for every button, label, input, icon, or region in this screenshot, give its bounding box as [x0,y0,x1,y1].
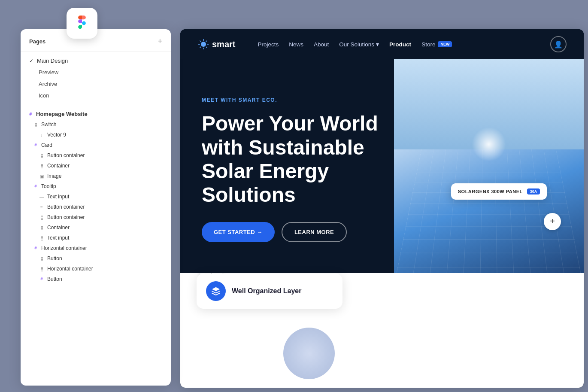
layer-label: Button [47,255,62,261]
page-label: Main Design [37,58,68,64]
layer-label: Button container [47,152,85,158]
circle-decoration [283,328,335,379]
page-label: Preview [39,69,58,76]
website-preview: smart Projects News About Our Solutions … [180,29,584,388]
add-page-button[interactable]: + [158,37,162,46]
frame-icon: ＃ [33,142,39,148]
learn-more-button[interactable]: LEARN MORE [282,222,347,242]
layer-container-1[interactable]: ⣿ Container [21,161,171,171]
component-icon: ⣿ [39,225,45,231]
layer-label: Button container [47,214,85,220]
organized-layer-card: Well Organized Layer [197,273,342,309]
get-started-button[interactable]: GET STARTED → [202,222,275,242]
layer-label: Card [41,142,52,148]
layer-switch[interactable]: ⣿ Switch [21,119,171,130]
layer-label: Vector 9 [47,132,66,138]
image-tooltip-card: SOLARGENX 300W PANEL 30A [451,183,547,200]
main-canvas: smart Projects News About Our Solutions … [180,29,584,388]
page-item-preview[interactable]: Preview [21,67,171,78]
frame-icon: ＃ [33,245,39,251]
frame-icon: ＃ [39,276,45,282]
layer-label: Container [47,225,70,231]
layer-vector9[interactable]: ↓ Vector 9 [21,130,171,140]
component-icon: ≡ [39,204,45,210]
hero-section: MEET WITH SMART ECO. Power Your World wi… [180,59,402,280]
figma-icon [73,14,91,32]
layer-container-2[interactable]: ⣿ Container [21,222,171,233]
layer-label: Switch [41,122,56,128]
layer-button-container-3[interactable]: ⣿ Button container [21,212,171,222]
layer-text-input-1[interactable]: — Text input [21,191,171,202]
image-icon: ▣ [39,173,45,179]
nav-avatar-btn[interactable]: 👤 [550,36,567,52]
svg-line-5 [200,41,201,42]
layer-label: Image [47,173,61,179]
page-label: Archive [39,81,57,87]
component-icon: ⣿ [39,235,45,241]
check-icon: ✓ [29,58,33,64]
organized-title: Well Organized Layer [232,287,301,295]
layer-button-1[interactable]: ⣿ Button [21,253,171,264]
layer-label: Button container [47,204,85,210]
figma-icon-wrapper [67,8,97,39]
light-effect [472,127,506,161]
component-icon: ⣿ [39,255,45,261]
layer-label: Tooltip [41,183,56,189]
nav-logo: smart [197,38,235,50]
hero-tag: MEET WITH SMART ECO. [202,97,381,103]
sun-logo-icon [197,38,209,50]
layer-button-container-2[interactable]: ≡ Button container [21,202,171,212]
tooltip-label: SOLARGENX 300W PANEL [458,189,523,194]
frame-icon: ＃ [33,183,39,189]
page-item-main-design[interactable]: ✓ Main Design [21,55,171,67]
layer-image[interactable]: ▣ Image [21,171,171,181]
component-icon: ⣿ [39,163,45,169]
text-icon: — [39,194,45,200]
logo-text: smart [212,40,235,49]
navigation-bar: smart Projects News About Our Solutions … [180,29,584,59]
component-icon: ⣿ [39,152,45,158]
vector-icon: ↓ [39,132,45,138]
hero-buttons: GET STARTED → LEARN MORE [202,222,381,242]
plus-button[interactable]: + [544,213,561,230]
nav-link-product[interactable]: Product [389,41,411,48]
svg-point-0 [201,42,206,47]
user-icon: 👤 [554,40,563,49]
layers-svg-icon [211,286,221,296]
pages-list: ✓ Main Design Preview Archive Icon [21,52,171,105]
store-label: Store [421,41,435,48]
page-item-icon[interactable]: Icon [21,90,171,101]
page-label: Icon [39,92,49,99]
component-icon: ⣿ [33,122,39,128]
layer-button-2[interactable]: ＃ Button [21,274,171,284]
svg-line-8 [200,47,201,48]
solar-panel-image [394,59,584,285]
svg-line-7 [206,41,207,42]
component-icon: ⣿ [39,266,45,272]
hero-title: Power Your World with Sustainable Solar … [202,112,381,207]
layers-icon [206,281,226,301]
layer-label: Horizontal container [41,245,87,251]
chevron-down-icon: ▾ [376,41,379,48]
layer-tooltip[interactable]: ＃ Tooltip [21,181,171,191]
layer-horizontal-container-2[interactable]: ⣿ Horizontal container [21,264,171,274]
layer-label: Button [47,276,62,282]
layer-button-container-1[interactable]: ⣿ Button container [21,150,171,161]
nav-link-store[interactable]: Store NEW [421,41,452,48]
nav-link-news[interactable]: News [289,41,303,48]
left-panel: Pages + ✓ Main Design Preview Archive Ic… [21,29,171,386]
layer-text-input-2[interactable]: ⣿ Text input [21,233,171,243]
layer-label: Container [47,163,70,169]
nav-link-projects[interactable]: Projects [258,41,279,48]
hero-image-area: SOLARGENX 300W PANEL 30A + [394,59,584,285]
nav-link-solutions[interactable]: Our Solutions ▾ [339,41,379,48]
layer-horizontal-container[interactable]: ＃ Horizontal container [21,243,171,253]
layer-homepage-website[interactable]: ＃ Homepage Website [21,109,171,119]
pages-label: Pages [29,38,45,45]
layer-label: Text input [47,235,69,241]
page-item-archive[interactable]: Archive [21,78,171,90]
component-icon: ⣿ [39,214,45,220]
nav-link-about[interactable]: About [314,41,329,48]
layers-section: ＃ Homepage Website ⣿ Switch ↓ Vector 9 ＃… [21,105,171,288]
layer-card[interactable]: ＃ Card [21,140,171,150]
